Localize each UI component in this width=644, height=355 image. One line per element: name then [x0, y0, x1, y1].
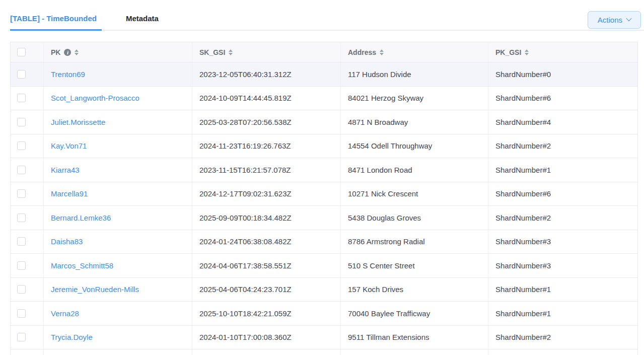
pk-link[interactable]: Marcella91 — [51, 189, 88, 198]
row-checkbox[interactable] — [17, 189, 26, 198]
address-cell: 5438 Douglas Groves — [341, 206, 488, 230]
pk-cell: Trenton69 — [44, 62, 192, 87]
pk-cell: Trycia.Doyle — [44, 325, 192, 349]
sk-gsi-cell: 2024-11-23T16:19:26.763Z — [192, 134, 341, 158]
items-table: PK i SK_GSI Address PK_GSI — [10, 42, 638, 355]
sort-icon-pk-gsi[interactable] — [525, 49, 529, 55]
select-all-cell — [11, 42, 44, 62]
pk-cell: Scot_Langworth-Prosacco — [44, 86, 192, 110]
chevron-down-icon — [626, 16, 631, 21]
pk-gsi-cell: ShardNumber#3 — [488, 230, 638, 254]
info-icon[interactable]: i — [64, 49, 71, 56]
row-checkbox-cell — [11, 230, 44, 254]
table-row: Trenton69 2023-12-05T06:40:31.312Z 117 H… — [11, 62, 638, 87]
sk-gsi-cell: 2025-09-09T00:18:34.482Z — [192, 206, 341, 230]
pk-link[interactable]: Scot_Langworth-Prosacco — [51, 94, 139, 102]
column-header-sk-gsi[interactable]: SK_GSI — [192, 42, 341, 62]
pk-gsi-cell: ShardNumber#1 — [488, 158, 638, 182]
row-checkbox[interactable] — [17, 214, 26, 222]
pk-link[interactable]: Trycia.Doyle — [51, 333, 93, 341]
sk-gsi-cell: 2023-11-15T16:21:57.078Z — [192, 158, 341, 182]
row-checkbox-cell — [11, 254, 44, 278]
column-label-sk-gsi: SK_GSI — [199, 48, 225, 56]
sk-gsi-cell: 2024-04-06T17:38:58.551Z — [192, 254, 341, 278]
pk-cell: Marcella91 — [44, 182, 192, 206]
pk-link[interactable]: Trenton69 — [51, 70, 85, 79]
row-checkbox[interactable] — [17, 261, 26, 270]
tab-table-timebounded[interactable]: [TABLE] - TimeBounded — [10, 14, 102, 31]
pk-link[interactable]: Marcos_Schmitt58 — [51, 261, 113, 270]
table-row: Kiarra43 2023-11-15T16:21:57.078Z 8471 L… — [11, 158, 638, 182]
row-checkbox[interactable] — [17, 94, 26, 102]
row-checkbox[interactable] — [17, 141, 26, 150]
sk-gsi-cell — [192, 349, 341, 355]
row-checkbox-cell — [11, 349, 44, 355]
column-header-pk[interactable]: PK i — [44, 42, 192, 62]
row-checkbox[interactable] — [17, 237, 26, 246]
sk-gsi-cell: 2024-01-24T06:38:08.482Z — [192, 230, 341, 254]
table-row: Trycia.Doyle 2024-01-10T17:00:08.360Z 95… — [11, 325, 638, 349]
actions-button-label: Actions — [598, 16, 622, 24]
row-checkbox-cell — [11, 277, 44, 302]
address-cell: 14554 Odell Throughway — [341, 134, 488, 158]
select-all-checkbox[interactable] — [17, 48, 26, 56]
pk-gsi-cell: ShardNumber#2 — [488, 325, 638, 349]
row-checkbox-cell — [11, 62, 44, 87]
address-cell: 9511 Tillman Extensions — [341, 325, 488, 349]
table-row: Daisha83 2024-01-24T06:38:08.482Z 8786 A… — [11, 230, 638, 254]
pk-gsi-cell: ShardNumber#6 — [488, 86, 638, 110]
pk-cell: Marcos_Schmitt58 — [44, 254, 192, 278]
sk-gsi-cell: 2024-01-10T17:00:08.360Z — [192, 325, 341, 349]
pk-gsi-cell: ShardNumber#4 — [488, 110, 638, 134]
row-checkbox[interactable] — [17, 285, 26, 294]
pk-gsi-cell: ShardNumber#0 — [488, 62, 638, 87]
table-row: Scot_Langworth-Prosacco 2024-10-09T14:44… — [11, 86, 638, 110]
address-cell: 157 Koch Drives — [341, 277, 488, 302]
pk-link[interactable]: Bernard.Lemke36 — [51, 214, 111, 222]
pk-gsi-cell: ShardNumber#1 — [488, 277, 638, 302]
actions-button[interactable]: Actions — [588, 11, 641, 29]
pk-cell: Daisha83 — [44, 230, 192, 254]
column-label-address: Address — [348, 48, 376, 56]
pk-link[interactable]: Verna28 — [51, 309, 79, 318]
column-header-pk-gsi[interactable]: PK_GSI — [488, 42, 638, 62]
sk-gsi-cell: 2024-10-09T14:44:45.819Z — [192, 86, 341, 110]
sort-icon-sk-gsi[interactable] — [229, 49, 233, 55]
pk-link[interactable]: Daisha83 — [51, 237, 83, 246]
pk-link[interactable]: Juliet.Morissette — [51, 118, 105, 126]
pk-cell: Juliet.Morissette — [44, 110, 192, 134]
row-checkbox[interactable] — [17, 118, 26, 126]
tab-metadata[interactable]: Metadata — [126, 14, 159, 30]
pk-link[interactable]: Kiarra43 — [51, 166, 80, 174]
address-cell: 8786 Armstrong Radial — [341, 230, 488, 254]
row-checkbox[interactable] — [17, 70, 26, 79]
address-cell — [341, 349, 488, 355]
row-checkbox-cell — [11, 206, 44, 230]
sort-icon-address[interactable] — [380, 49, 384, 55]
column-label-pk: PK — [51, 48, 60, 56]
row-checkbox-cell — [11, 325, 44, 349]
pk-link[interactable]: Jeremie_VonRueden-Mills — [51, 285, 139, 294]
address-cell: 117 Hudson Divide — [341, 62, 488, 87]
pk-link[interactable]: Kay.Von71 — [51, 141, 87, 150]
column-header-address[interactable]: Address — [341, 42, 488, 62]
pk-gsi-cell: ShardNumber#6 — [488, 182, 638, 206]
address-cell: 84021 Herzog Skyway — [341, 86, 488, 110]
address-cell: 70040 Baylee Trafficway — [341, 302, 488, 326]
address-cell: 10271 Nick Crescent — [341, 182, 488, 206]
table-header-row: PK i SK_GSI Address PK_GSI — [11, 42, 638, 62]
pk-gsi-cell — [488, 349, 638, 355]
row-checkbox[interactable] — [17, 333, 26, 341]
sort-icon-pk[interactable] — [75, 49, 79, 55]
address-cell: 8471 London Road — [341, 158, 488, 182]
row-checkbox-cell — [11, 86, 44, 110]
pk-gsi-cell: ShardNumber#1 — [488, 302, 638, 326]
row-checkbox[interactable] — [17, 166, 26, 174]
pk-cell: Kay.Von71 — [44, 134, 192, 158]
sk-gsi-cell: 2024-12-17T09:02:31.623Z — [192, 182, 341, 206]
pk-cell — [44, 349, 192, 355]
pk-gsi-cell: ShardNumber#2 — [488, 134, 638, 158]
row-checkbox[interactable] — [17, 309, 26, 318]
table-row: Kay.Von71 2024-11-23T16:19:26.763Z 14554… — [11, 134, 638, 158]
sk-gsi-cell: 2025-10-10T18:42:21.059Z — [192, 302, 341, 326]
